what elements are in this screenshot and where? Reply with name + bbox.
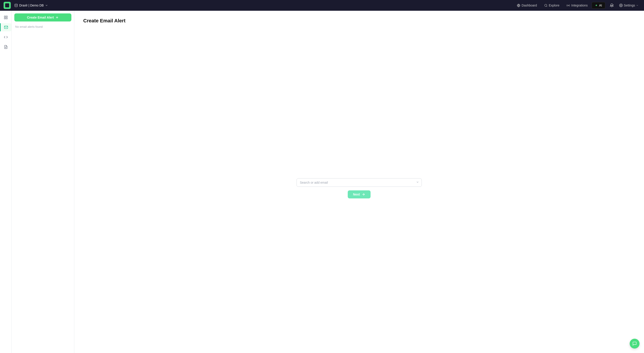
settings-chevron-icon bbox=[636, 4, 639, 7]
main-layout: Create Email Alert No email alerts found… bbox=[0, 11, 644, 353]
db-name-label: Draxlr | Demo DB bbox=[19, 4, 44, 7]
svg-point-5 bbox=[568, 5, 569, 6]
svg-point-0 bbox=[15, 4, 18, 5]
create-button-label: Create Email Alert bbox=[27, 16, 54, 19]
svg-point-6 bbox=[620, 5, 622, 6]
next-button[interactable]: Next bbox=[348, 190, 370, 198]
topbar: Draxlr | Demo DB Dashboard Explore Integ… bbox=[0, 0, 644, 11]
db-selector[interactable]: Draxlr | Demo DB bbox=[14, 4, 48, 7]
arrow-right-icon bbox=[362, 192, 365, 196]
svg-rect-8 bbox=[6, 16, 7, 17]
sidebar-btn-document[interactable] bbox=[2, 43, 10, 51]
form-area: Next bbox=[83, 31, 635, 346]
ai-star-icon: ✦ bbox=[595, 4, 598, 7]
settings-button[interactable]: Settings bbox=[617, 3, 640, 8]
svg-line-4 bbox=[546, 6, 547, 7]
chevron-down-icon bbox=[45, 4, 48, 7]
empty-state-message: No email alerts found bbox=[14, 25, 72, 28]
app-logo bbox=[4, 2, 11, 9]
code-icon bbox=[4, 35, 8, 39]
topbar-right: Settings bbox=[609, 2, 640, 8]
svg-rect-10 bbox=[6, 18, 7, 19]
nav-item-explore[interactable]: Explore bbox=[541, 2, 562, 8]
sidebar-btn-code[interactable] bbox=[2, 33, 10, 41]
sidebar-btn-email[interactable] bbox=[0, 23, 12, 31]
chat-icon bbox=[632, 341, 637, 346]
email-icon bbox=[4, 25, 8, 29]
page-title: Create Email Alert bbox=[83, 18, 635, 24]
top-nav: Dashboard Explore Integrations ✦ AI bbox=[514, 2, 605, 9]
plus-icon bbox=[55, 16, 59, 19]
left-panel: Create Email Alert No email alerts found bbox=[12, 11, 74, 353]
search-icon bbox=[544, 4, 548, 7]
icon-sidebar bbox=[0, 11, 12, 353]
database-icon bbox=[14, 4, 18, 7]
email-search-input[interactable] bbox=[296, 178, 422, 187]
svg-rect-7 bbox=[4, 16, 5, 17]
create-email-alert-button[interactable]: Create Email Alert bbox=[14, 14, 72, 22]
notification-button[interactable] bbox=[609, 2, 615, 8]
svg-point-3 bbox=[544, 4, 547, 6]
nav-item-dashboard[interactable]: Dashboard bbox=[514, 2, 540, 8]
document-icon bbox=[4, 45, 8, 49]
main-content: Create Email Alert Next bbox=[74, 11, 644, 353]
globe-icon bbox=[517, 4, 520, 7]
next-button-label: Next bbox=[353, 192, 360, 196]
settings-gear-icon bbox=[619, 4, 623, 7]
explore-label: Explore bbox=[549, 4, 560, 7]
chat-bubble[interactable] bbox=[630, 339, 640, 348]
nav-item-integrations[interactable]: Integrations bbox=[564, 2, 591, 8]
settings-label: Settings bbox=[624, 4, 635, 7]
grid-icon bbox=[4, 16, 8, 20]
integrations-icon bbox=[566, 4, 570, 7]
ai-label: AI bbox=[599, 4, 602, 7]
svg-rect-9 bbox=[4, 18, 5, 19]
sidebar-btn-grid[interactable] bbox=[2, 14, 10, 22]
email-search-wrapper bbox=[296, 178, 422, 187]
dashboard-label: Dashboard bbox=[522, 4, 537, 7]
integrations-label: Integrations bbox=[571, 4, 588, 7]
notification-icon bbox=[610, 3, 614, 8]
nav-item-ai[interactable]: ✦ AI bbox=[592, 2, 605, 9]
